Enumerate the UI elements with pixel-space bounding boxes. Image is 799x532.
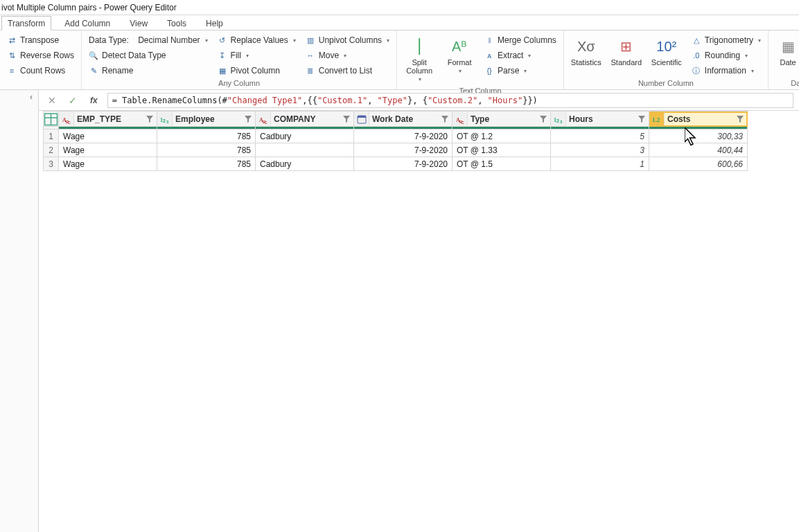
data-grid[interactable]: EMP_TYPEEmployeeCOMPANYWork DateTypeHour… (43, 111, 748, 171)
chevron-down-icon: ▾ (758, 37, 761, 44)
column-header[interactable]: COMPANY (256, 112, 354, 127)
column-filter-button[interactable] (144, 114, 155, 125)
tab-help[interactable]: Help (200, 16, 229, 30)
column-type-icon[interactable] (59, 112, 74, 126)
group-label-table (6, 78, 76, 89)
table-options-button[interactable] (44, 112, 59, 127)
merge-icon: ⫴ (484, 35, 494, 45)
extract-text-button[interactable]: ᴀExtract▾ (483, 48, 558, 62)
column-type-icon[interactable] (354, 112, 369, 126)
replace-values-button[interactable]: ↺Replace Values▾ (216, 33, 297, 47)
column-header[interactable]: Work Date (354, 112, 453, 127)
column-name: Hours (566, 114, 636, 124)
count-rows-button[interactable]: ≡Count Rows (6, 64, 76, 78)
expand-queries-chevron-icon[interactable]: ‹ (26, 91, 37, 103)
chevron-down-icon: ▾ (528, 53, 531, 59)
column-header[interactable]: Costs (649, 112, 748, 127)
table-row[interactable]: 1Wage785Cadbury7-9-2020OT @ 1.25300,33 (44, 130, 748, 143)
convert-to-list-button[interactable]: ≣Convert to List (304, 64, 391, 78)
column-filter-button[interactable] (341, 114, 352, 125)
cell[interactable]: 7-9-2020 (354, 130, 453, 143)
column-type-icon[interactable] (256, 112, 271, 126)
rename-button[interactable]: ✎Rename (87, 64, 209, 78)
detect-icon: 🔍 (89, 51, 98, 60)
tab-tools[interactable]: Tools (161, 16, 193, 30)
column-header[interactable]: Hours (551, 112, 649, 127)
information-button[interactable]: ⓘInformation▾ (690, 64, 762, 78)
cell[interactable]: Wage (59, 130, 157, 143)
fx-icon[interactable]: fx (86, 96, 102, 105)
reverse-rows-button[interactable]: ⇅Reverse Rows (6, 48, 76, 62)
cell[interactable] (256, 143, 354, 157)
cell[interactable]: OT @ 1.33 (453, 143, 551, 157)
cell[interactable]: 7-9-2020 (354, 157, 453, 171)
column-type-icon[interactable] (157, 112, 173, 126)
column-name: COMPANY (271, 114, 341, 124)
cell[interactable]: 7-9-2020 (354, 143, 453, 157)
chevron-down-icon: ▾ (524, 68, 527, 74)
date-button[interactable]: ▦Date (774, 33, 799, 69)
cell[interactable]: 5 (551, 130, 649, 143)
table-row[interactable]: 3Wage785Cadbury7-9-2020OT @ 1.51600,66 (44, 157, 748, 171)
cell[interactable]: 1 (551, 157, 649, 171)
queries-pane-collapsed[interactable]: ‹ (0, 90, 39, 532)
cell[interactable]: 785 (157, 143, 256, 157)
cell[interactable]: Wage (59, 157, 157, 171)
column-filter-button[interactable] (243, 114, 254, 125)
cell[interactable]: OT @ 1.2 (453, 130, 551, 143)
format-button[interactable]: AᴮFormat▾ (443, 33, 476, 77)
cell[interactable]: 3 (551, 143, 649, 157)
parse-button[interactable]: {}Parse▾ (483, 64, 558, 78)
chevron-down-icon: ▾ (745, 53, 748, 59)
column-filter-button[interactable] (636, 114, 647, 125)
cell[interactable]: 300,33 (649, 130, 748, 143)
trigonometry-button[interactable]: △Trigonometry▾ (690, 33, 762, 47)
pivot-column-button[interactable]: ▦Pivot Column (216, 64, 297, 78)
row-number[interactable]: 3 (44, 157, 59, 171)
cell[interactable]: Cadbury (256, 157, 354, 171)
row-number[interactable]: 2 (44, 143, 59, 157)
scientific-button[interactable]: 10²Scientific (650, 33, 683, 69)
column-header[interactable]: Employee (157, 112, 256, 127)
data-type-dropdown[interactable]: Data Type: Decimal Number▾ (87, 33, 209, 47)
transpose-button[interactable]: ⇄Transpose (6, 33, 76, 47)
tab-view[interactable]: View (123, 16, 154, 30)
cell[interactable]: Wage (59, 143, 157, 157)
column-type-icon[interactable] (453, 112, 468, 126)
cell[interactable]: 400,44 (649, 143, 748, 157)
move-button[interactable]: ↔Move▾ (304, 48, 391, 62)
column-type-icon[interactable] (649, 112, 665, 126)
cell[interactable]: 600,66 (649, 157, 748, 171)
tab-transform[interactable]: Transform (1, 16, 51, 30)
column-type-icon[interactable] (551, 112, 566, 126)
move-icon: ↔ (306, 51, 315, 60)
split-column-button[interactable]: ⎮Split Column▾ (403, 33, 436, 85)
cell[interactable]: OT @ 1.5 (453, 157, 551, 171)
column-filter-button[interactable] (735, 114, 746, 125)
trig-icon: △ (692, 35, 701, 45)
cancel-formula-button[interactable]: ✕ (44, 93, 60, 108)
cell[interactable]: 785 (157, 157, 256, 171)
tab-add-column[interactable]: Add Column (58, 16, 116, 30)
merge-columns-button[interactable]: ⫴Merge Columns (483, 33, 558, 47)
column-name: Work Date (369, 114, 439, 124)
split-icon: ⎮ (409, 36, 430, 57)
standard-button[interactable]: ⊞Standard (610, 33, 643, 69)
unpivot-columns-button[interactable]: ▥Unpivot Columns▾ (304, 33, 391, 47)
column-filter-button[interactable] (538, 114, 549, 125)
rounding-button[interactable]: .0Rounding▾ (690, 48, 762, 62)
chevron-down-icon: ▾ (387, 37, 389, 44)
chevron-down-icon: ▾ (751, 68, 754, 74)
detect-data-type-button[interactable]: 🔍Detect Data Type (87, 48, 209, 62)
row-number[interactable]: 1 (44, 130, 59, 143)
table-row[interactable]: 2Wage7857-9-2020OT @ 1.333400,44 (44, 143, 748, 157)
accept-formula-button[interactable]: ✓ (65, 93, 80, 108)
statistics-button[interactable]: ΧσStatistics (570, 33, 603, 69)
column-filter-button[interactable] (439, 114, 450, 125)
column-header[interactable]: EMP_TYPE (59, 112, 157, 127)
column-header[interactable]: Type (453, 112, 551, 127)
cell[interactable]: 785 (157, 130, 256, 143)
cell[interactable]: Cadbury (256, 130, 354, 143)
fill-button[interactable]: ↧Fill▾ (216, 48, 297, 62)
formula-input[interactable]: = Table.RenameColumns(#"Changed Type1",{… (107, 93, 793, 108)
